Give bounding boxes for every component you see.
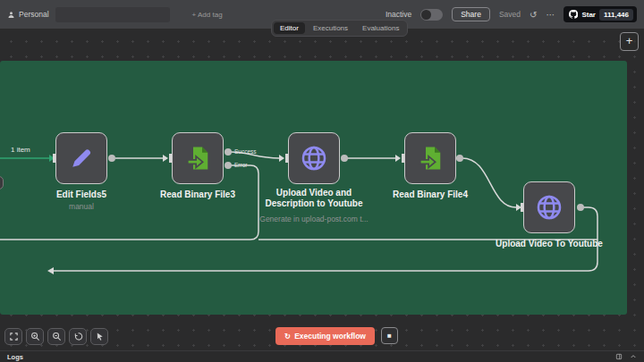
fit-view-icon bbox=[9, 332, 19, 341]
stop-execution-button[interactable]: ■ bbox=[381, 327, 398, 344]
n8n-workflow-editor: Personal + Add tag Inactive Share Saved … bbox=[0, 0, 644, 362]
node-label-read-binary-file3: Read Binary File3 bbox=[135, 189, 260, 200]
node-label-read-binary-file4: Read Binary File4 bbox=[368, 189, 493, 200]
tab-executions[interactable]: Executions bbox=[307, 22, 354, 34]
pointer-icon bbox=[95, 332, 105, 341]
tab-editor[interactable]: Editor bbox=[274, 22, 305, 34]
output-label-error: Error bbox=[234, 162, 247, 168]
node-read-binary-file3[interactable] bbox=[172, 132, 224, 184]
node-edit-fields5[interactable] bbox=[55, 132, 107, 184]
zoom-in-button[interactable] bbox=[26, 328, 44, 345]
canvas-toolbar bbox=[4, 328, 108, 345]
history-icon[interactable]: ↺ bbox=[530, 10, 537, 20]
person-icon bbox=[7, 11, 15, 19]
pencil-icon bbox=[68, 145, 95, 172]
spinner-icon: ↻ bbox=[284, 332, 291, 341]
owner-label: Personal bbox=[19, 10, 49, 19]
toggle-knob bbox=[421, 10, 431, 20]
file-import-icon bbox=[417, 145, 444, 172]
workflow-owner[interactable]: Personal bbox=[7, 10, 49, 19]
executing-workflow-label: Executing workflow bbox=[294, 332, 366, 341]
github-star-widget[interactable]: Star 111,446 bbox=[564, 6, 637, 22]
open-panel-icon[interactable] bbox=[615, 353, 623, 360]
github-icon bbox=[569, 10, 578, 19]
node-subtitle-upload-video-description: Generate in upload-post.com t... bbox=[251, 215, 377, 223]
tab-evaluations[interactable]: Evaluations bbox=[356, 22, 405, 34]
github-star-label: Star bbox=[581, 11, 596, 19]
more-menu-icon[interactable]: ⋯ bbox=[546, 10, 555, 20]
node-label-upload-video-to-youtube: Upload Video To Youtube bbox=[487, 239, 612, 249]
node-upload-video-to-youtube[interactable] bbox=[523, 181, 575, 233]
saved-status: Saved bbox=[499, 10, 521, 19]
zoom-out-button[interactable] bbox=[47, 328, 65, 345]
workflow-name-input[interactable] bbox=[55, 7, 170, 22]
undo-button[interactable] bbox=[69, 328, 87, 345]
add-node-button[interactable]: + bbox=[620, 32, 639, 51]
active-status-label: Inactive bbox=[386, 10, 411, 19]
add-tag-button[interactable]: + Add tag bbox=[192, 11, 223, 19]
workflow-canvas[interactable]: 1 item Success Error Edit Fields5 manual… bbox=[0, 29, 644, 350]
chevron-up-icon[interactable] bbox=[630, 353, 637, 360]
logs-label: Logs bbox=[7, 353, 23, 361]
pointer-mode-button[interactable] bbox=[90, 328, 108, 345]
output-label-success: Success bbox=[234, 148, 257, 155]
view-tabs: Editor Executions Evaluations bbox=[271, 20, 408, 37]
history-reset-icon bbox=[73, 332, 83, 341]
fit-view-button[interactable] bbox=[4, 328, 22, 345]
share-button[interactable]: Share bbox=[452, 7, 490, 21]
active-toggle[interactable] bbox=[420, 9, 443, 21]
github-star-count: 111,446 bbox=[599, 9, 633, 21]
node-read-binary-file4[interactable] bbox=[404, 132, 456, 184]
globe-icon bbox=[300, 144, 328, 173]
node-upload-video-description[interactable] bbox=[288, 132, 340, 184]
globe-icon bbox=[535, 193, 564, 222]
file-import-icon bbox=[184, 145, 211, 172]
zoom-out-icon bbox=[52, 332, 62, 341]
executing-workflow-button[interactable]: ↻ Executing workflow bbox=[275, 327, 375, 345]
node-label-edit-fields5: Edit Fields5 bbox=[19, 189, 144, 200]
edge-items-label: 1 item bbox=[11, 146, 30, 154]
execution-controls: ↻ Executing workflow ■ bbox=[275, 327, 398, 345]
node-subtitle-edit-fields5: manual bbox=[19, 202, 144, 211]
zoom-in-icon bbox=[30, 332, 40, 341]
node-label-upload-video-description: Upload Video and Description to Youtube bbox=[260, 188, 368, 209]
logs-panel-bar[interactable]: Logs bbox=[0, 350, 644, 362]
